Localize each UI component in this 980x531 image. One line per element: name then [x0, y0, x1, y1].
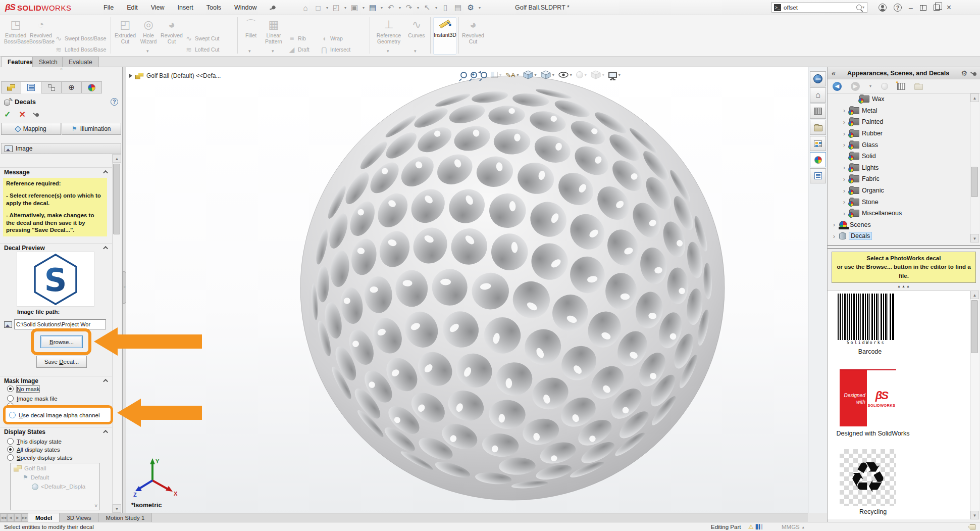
menu-tools[interactable]: Tools	[207, 4, 221, 11]
expander-icon[interactable]: ›	[842, 107, 847, 114]
save-caret-icon[interactable]: ▾	[363, 6, 365, 10]
user-account-icon[interactable]	[879, 4, 887, 12]
close-button[interactable]: ×	[947, 3, 951, 12]
scrollbar-thumb[interactable]	[971, 167, 978, 197]
reference-geometry-caret-icon[interactable]: ▾	[387, 49, 389, 54]
collapse-chevron-icon[interactable]	[103, 246, 108, 251]
help-icon[interactable]: ?	[894, 4, 902, 12]
edit-appearance-icon[interactable]	[881, 83, 888, 90]
save-decal-button[interactable]: Save Decal...	[36, 356, 87, 368]
keep-visible-pin-icon[interactable]	[34, 112, 39, 117]
menu-insert[interactable]: Insert	[178, 4, 193, 11]
view-settings-icon[interactable]: ▾	[608, 72, 621, 78]
save-icon[interactable]: ▣	[349, 3, 359, 12]
message-section-header[interactable]: Message	[0, 167, 112, 176]
add-to-library-icon[interactable]	[897, 83, 905, 90]
revolved-cut-button[interactable]: ◕Revolved Cut	[161, 17, 183, 55]
cancel-button[interactable]: ✕	[19, 110, 25, 119]
scroll-down-button[interactable]: ▼	[970, 511, 979, 519]
golf-ball-model[interactable]	[126, 67, 808, 513]
expander-icon[interactable]: ›	[842, 175, 847, 183]
scroll-down-button[interactable]: ▼	[970, 234, 979, 243]
panel-scrollbar[interactable]: ▲ ▼	[112, 154, 121, 513]
lofted-boss-button[interactable]: ≋Lofted Boss/Base	[55, 44, 106, 55]
panel-splitter[interactable]: ○	[123, 67, 126, 513]
back-icon[interactable]: ◀	[833, 82, 842, 91]
decal-recycling-thumbnail[interactable]: ♻	[840, 449, 896, 506]
first-tab-icon[interactable]: ◀◀	[0, 513, 7, 522]
radio-use-alpha-channel[interactable]: Use decal image alpha channel	[9, 411, 99, 419]
tag-icon[interactable]	[968, 523, 975, 531]
expand-tree-icon[interactable]	[129, 74, 132, 78]
units-selector[interactable]: MMGS▴	[782, 523, 805, 531]
fillet-caret-icon[interactable]: ▾	[248, 49, 251, 54]
design-library-tab[interactable]	[810, 104, 826, 119]
intersect-button[interactable]: ⋂Intersect	[320, 44, 350, 55]
scroll-up-button[interactable]: ▲	[113, 154, 121, 163]
zoom-to-area-icon[interactable]	[471, 72, 477, 78]
tab-feature-manager[interactable]	[1, 81, 21, 93]
selection-filter-icon[interactable]: ▯	[440, 3, 450, 12]
search-icon[interactable]	[856, 5, 862, 10]
fillet-button[interactable]: ⌒Fillet	[241, 17, 261, 55]
search-scope-icon[interactable]: >_	[774, 4, 781, 11]
pin-pane-icon[interactable]	[971, 71, 976, 76]
pane-splitter[interactable]	[828, 245, 980, 249]
radio-no-mask[interactable]: No mask	[7, 385, 39, 393]
expander-icon[interactable]: ›	[842, 141, 847, 149]
select-icon[interactable]: ↖	[422, 3, 432, 12]
new-document-icon[interactable]: □	[313, 4, 323, 12]
display-states-list[interactable]: Golf Ball ⚑Default <Default>_Displa ˅	[10, 463, 100, 510]
appearance-tree-item-glass[interactable]: ›Glass	[828, 139, 970, 151]
appearance-tree-item-decals[interactable]: ›Decals	[828, 230, 970, 242]
expander-icon[interactable]: ›	[832, 221, 837, 228]
scrollbar-thumb[interactable]	[971, 300, 978, 353]
decal-preview-header[interactable]: Decal Preview	[0, 243, 112, 252]
hole-wizard-caret-icon[interactable]: ▾	[146, 49, 149, 54]
new-caret-icon[interactable]: ▾	[326, 6, 328, 10]
search-input[interactable]	[784, 5, 856, 11]
decal-designed-with-solidworks-thumbnail[interactable]: Designedwith βS SOLIDWORKS	[840, 369, 896, 426]
menu-view[interactable]: View	[151, 4, 165, 11]
wrap-button[interactable]: ◖Wrap	[320, 33, 343, 43]
rib-button[interactable]: ≡Rib	[288, 33, 306, 43]
appearance-tree-item-stone[interactable]: ›Stone	[828, 196, 970, 208]
prev-tab-icon[interactable]: ◀	[7, 513, 14, 522]
history-caret-icon[interactable]: ▾	[869, 84, 871, 88]
tab-model[interactable]: Model	[28, 513, 60, 522]
collapse-pane-icon[interactable]: «	[832, 69, 836, 77]
scroll-up-button[interactable]: ▲	[970, 93, 979, 102]
appearance-tree-item-miscellaneous[interactable]: ›Miscellaneous	[828, 208, 970, 219]
redo-caret-icon[interactable]: ▾	[417, 6, 419, 10]
tab-property-manager[interactable]	[21, 81, 41, 93]
open-icon[interactable]: ◰	[331, 3, 341, 12]
search-caret-icon[interactable]: ▾	[862, 5, 864, 10]
home-tab[interactable]: ⌂	[810, 87, 826, 103]
tab-configuration-manager[interactable]	[41, 81, 62, 93]
lofted-cut-button[interactable]: ≋Lofted Cut	[185, 44, 219, 55]
undo-caret-icon[interactable]: ▾	[399, 6, 401, 10]
radio-specify-display-states[interactable]: Specify display states	[7, 454, 73, 461]
revolved-boss-button[interactable]: ◔Revolved Boss/Base	[29, 17, 53, 55]
splitter-handle[interactable]: ○	[123, 271, 126, 304]
display-states-header[interactable]: Display States	[0, 427, 112, 436]
tab-mapping[interactable]: Mapping	[1, 123, 61, 135]
apply-scene-icon[interactable]: ▾	[591, 70, 605, 79]
extruded-boss-button[interactable]: ◳Extruded Boss/Base	[4, 17, 27, 55]
section-view-icon[interactable]: ▾	[491, 72, 502, 78]
feature-tree-breadcrumb[interactable]: Golf Ball (Default) <<Defa...	[129, 72, 221, 79]
select-caret-icon[interactable]: ▾	[435, 6, 437, 10]
tab-evaluate[interactable]: Evaluate	[62, 57, 99, 67]
redo-icon[interactable]: ↷	[404, 3, 414, 12]
expander-icon[interactable]: ›	[842, 210, 847, 217]
mask-image-header[interactable]: Mask Image	[0, 376, 112, 385]
display-style-icon[interactable]: ▾	[541, 70, 555, 79]
file-properties-icon[interactable]: ▤	[453, 3, 463, 12]
appearance-tree-item-solid[interactable]: Solid	[828, 151, 970, 162]
options-gear-icon[interactable]: ⚙	[961, 69, 967, 77]
next-tab-icon[interactable]: ▶	[14, 513, 21, 522]
appearance-tree-item-fabric[interactable]: ›Fabric	[828, 173, 970, 185]
open-file-icon[interactable]	[914, 84, 923, 90]
expander-icon[interactable]: ›	[842, 130, 847, 137]
appearance-tree-item-wax[interactable]: Wax	[828, 93, 970, 105]
